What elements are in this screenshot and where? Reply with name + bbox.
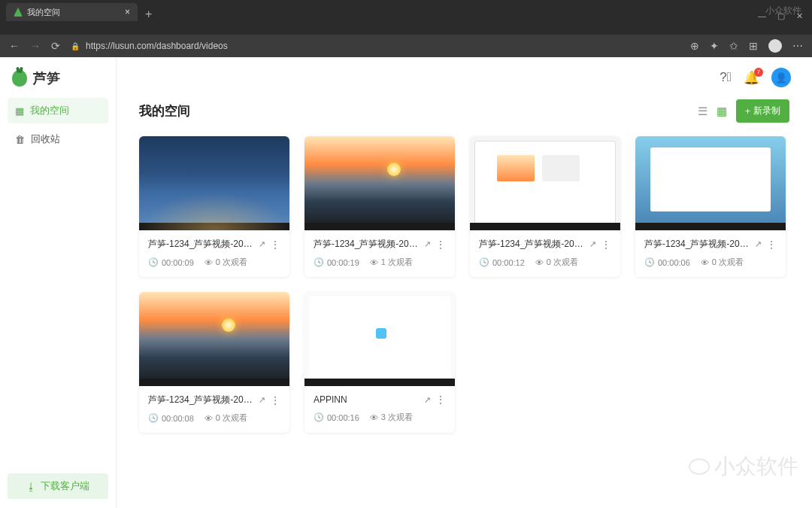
back-icon[interactable]: ←	[9, 40, 20, 52]
share-icon[interactable]: ↗	[589, 239, 596, 249]
sidebar-label: 我的空间	[30, 104, 69, 117]
clock-icon: 🕓	[314, 412, 324, 422]
video-title: 芦笋-1234_芦笋视频-20211126	[148, 238, 254, 251]
video-card[interactable]: 芦笋-1234_芦笋视频-20211126 ↗ ⋮ 🕓00:00:19 👁1 次…	[304, 136, 455, 277]
download-client-button[interactable]: ⭳ 下载客户端	[8, 473, 108, 499]
sidebar-item-trash[interactable]: 🗑 回收站	[8, 126, 108, 152]
video-views: 👁1 次观看	[370, 257, 413, 268]
plus-icon: +	[745, 106, 750, 117]
share-icon[interactable]: ↗	[755, 239, 762, 249]
list-view-button[interactable]: ☰	[698, 105, 707, 118]
video-card[interactable]: 芦笋-1234_芦笋视频-20211126 ↗ ⋮ 🕓00:00:06 👁0 次…	[635, 136, 786, 277]
video-thumbnail	[470, 136, 620, 230]
more-icon[interactable]: ⋮	[435, 394, 446, 406]
new-record-button[interactable]: + 新录制	[736, 99, 789, 123]
download-icon: ⭳	[26, 481, 36, 492]
lock-icon: 🔒	[71, 42, 80, 50]
main-content: ?⃝ 🔔 7 👤 我的空间 ☰ ▦ + 新录制 芦笋-1234_芦笋视频-202…	[117, 57, 812, 508]
extensions-icon[interactable]: ✦	[710, 40, 719, 52]
forward-icon[interactable]: →	[30, 40, 41, 52]
brand-name: 芦笋	[33, 69, 60, 87]
clock-icon: 🕓	[644, 257, 655, 267]
reload-icon[interactable]: ⟳	[51, 40, 60, 52]
video-duration: 🕓00:00:12	[479, 257, 525, 267]
app-container: 芦笋 ▦ 我的空间 🗑 回收站 ⭳ 下载客户端 ?⃝ 🔔 7 👤 我的空间 ☰ …	[0, 57, 812, 508]
video-title: 芦笋-1234_芦笋视频-20211126	[644, 238, 750, 251]
video-title: APPINN	[314, 394, 420, 405]
url-field[interactable]: 🔒 https://lusun.com/dashboard/videos	[71, 41, 680, 51]
video-title: 芦笋-1234_芦笋视频-20211126	[314, 238, 420, 251]
tab-strip: 我的空间 × + — ▢ ✕	[0, 0, 812, 21]
sidebar-label: 回收站	[31, 132, 60, 146]
app-header-actions: ?⃝ 🔔 7 👤	[720, 68, 791, 87]
video-card[interactable]: 芦笋-1234_芦笋视频-20211126 ↗ ⋮ 🕓00:00:08 👁0 次…	[139, 292, 289, 433]
video-duration: 🕓00:00:19	[314, 257, 359, 267]
more-icon[interactable]: ⋮	[270, 239, 280, 251]
trash-icon: 🗑	[15, 134, 25, 145]
address-bar: ← → ⟳ 🔒 https://lusun.com/dashboard/vide…	[0, 35, 812, 57]
bell-icon[interactable]: 🔔 7	[744, 70, 759, 86]
video-card[interactable]: 芦笋-1234_芦笋视频-20211126 ↗ ⋮ 🕓00:00:12 👁0 次…	[470, 136, 620, 277]
new-record-label: 新录制	[753, 105, 780, 117]
more-icon[interactable]: ⋮	[601, 239, 611, 251]
share-icon[interactable]: ↗	[424, 239, 431, 249]
page-header: 我的空间 ☰ ▦ + 新录制	[139, 99, 789, 123]
more-icon[interactable]: ⋮	[435, 239, 446, 251]
video-views: 👁0 次观看	[205, 412, 247, 424]
browser-titlebar: 我的空间 × + — ▢ ✕ 小众软件	[0, 0, 812, 35]
sidebar: 芦笋 ▦ 我的空间 🗑 回收站 ⭳ 下载客户端	[0, 57, 117, 508]
video-card[interactable]: APPINN ↗ ⋮ 🕓00:00:16 👁3 次观看	[304, 292, 455, 433]
video-card[interactable]: 芦笋-1234_芦笋视频-20211126 ↗ ⋮ 🕓00:00:09 👁0 次…	[139, 136, 289, 277]
download-label: 下载客户端	[41, 479, 89, 493]
menu-icon[interactable]: ⋯	[792, 40, 803, 52]
eye-icon: 👁	[205, 414, 213, 423]
video-views: 👁0 次观看	[205, 257, 247, 268]
video-title: 芦笋-1234_芦笋视频-20211126	[148, 394, 254, 406]
brand-logo[interactable]: 芦笋	[8, 66, 108, 98]
share-icon[interactable]: ↗	[424, 395, 431, 405]
profile-icon[interactable]	[768, 39, 782, 53]
video-thumbnail	[139, 136, 289, 230]
collections-icon[interactable]: ⊞	[749, 40, 758, 52]
new-tab-button[interactable]: +	[138, 8, 159, 21]
eye-icon: 👁	[370, 258, 378, 267]
eye-icon: 👁	[701, 258, 709, 267]
grid-view-button[interactable]: ▦	[717, 105, 727, 118]
eye-icon: 👁	[205, 258, 213, 267]
video-thumbnail	[304, 292, 455, 386]
clock-icon: 🕓	[314, 257, 324, 267]
video-title: 芦笋-1234_芦笋视频-20211126	[479, 238, 585, 251]
more-icon[interactable]: ⋮	[270, 394, 280, 406]
favorites-icon[interactable]: ✩	[729, 40, 738, 52]
notification-badge: 7	[754, 68, 763, 77]
more-icon[interactable]: ⋮	[766, 239, 777, 251]
clock-icon: 🕓	[148, 413, 159, 423]
share-icon[interactable]: ↗	[259, 395, 265, 405]
favicon-icon	[14, 8, 23, 17]
eye-icon: 👁	[535, 258, 544, 267]
url-text: https://lusun.com/dashboard/videos	[86, 41, 228, 51]
help-icon[interactable]: ?⃝	[720, 70, 732, 85]
app-icon[interactable]: ⊕	[690, 40, 699, 52]
share-icon[interactable]: ↗	[259, 239, 265, 249]
sidebar-item-my-space[interactable]: ▦ 我的空间	[8, 98, 108, 123]
close-tab-icon[interactable]: ×	[125, 7, 130, 17]
video-views: 👁0 次观看	[535, 257, 578, 268]
video-thumbnail	[635, 136, 786, 230]
browser-tab[interactable]: 我的空间 ×	[6, 3, 138, 21]
video-views: 👁3 次观看	[370, 412, 413, 423]
watermark-top: 小众软件	[765, 5, 801, 17]
video-grid: 芦笋-1234_芦笋视频-20211126 ↗ ⋮ 🕓00:00:09 👁0 次…	[139, 136, 789, 433]
eye-icon: 👁	[370, 413, 378, 422]
video-duration: 🕓00:00:09	[148, 257, 194, 267]
video-duration: 🕓00:00:08	[148, 413, 194, 423]
page-title: 我的空间	[139, 102, 190, 120]
grid-icon: ▦	[15, 105, 24, 117]
clock-icon: 🕓	[148, 257, 159, 267]
user-avatar[interactable]: 👤	[771, 68, 791, 87]
clock-icon: 🕓	[479, 257, 489, 267]
video-thumbnail	[139, 292, 289, 386]
video-thumbnail	[304, 136, 455, 230]
video-duration: 🕓00:00:06	[644, 257, 690, 267]
asparagus-icon	[12, 70, 27, 87]
